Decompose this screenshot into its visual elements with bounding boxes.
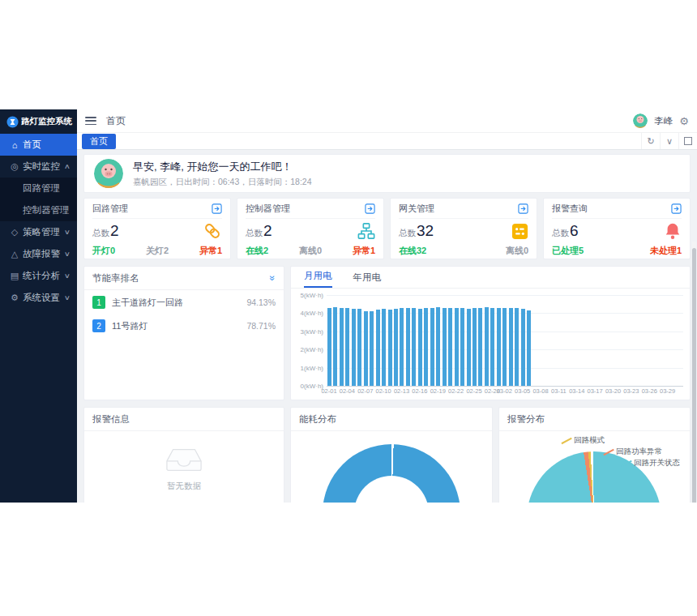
home-icon: ⌂ [10, 140, 19, 150]
tab-bar: 首页 ↻ ∨ [77, 133, 697, 150]
ranking-row[interactable]: 1 主干道路灯一回路 94.13% [84, 290, 284, 314]
sidebar-item-label: 实时监控 [23, 160, 60, 173]
tab-monthly-electricity[interactable]: 月用电 [304, 270, 332, 288]
label-leader-line [603, 449, 614, 456]
empty-state: 暂无数据 [84, 447, 284, 492]
chevron-down-icon: ∨ [64, 250, 71, 258]
empty-text: 暂无数据 [84, 481, 284, 492]
sidebar-item-realtime-monitor[interactable]: ◎ 实时监控 ∧ [0, 156, 77, 178]
sidebar-item-strategy[interactable]: ◇ 策略管理 ∨ [0, 221, 77, 243]
goto-icon[interactable] [212, 203, 222, 214]
card-loop-management: 回路管理 总数2 开灯0 关灯2 异常1 [83, 198, 231, 259]
tab-yearly-electricity[interactable]: 年用电 [353, 272, 382, 288]
label-leader-line [621, 460, 631, 467]
stat-cards-row: 回路管理 总数2 开灯0 关灯2 异常1 [83, 198, 691, 259]
sidebar-item-fault-alarm[interactable]: △ 故障报警 ∨ [0, 243, 77, 265]
maximize-icon[interactable] [678, 133, 697, 149]
card-title: 报警查询 [552, 203, 588, 215]
stat-abnormal: 异常1 [353, 245, 375, 257]
user-name[interactable]: 李峰 [654, 115, 673, 127]
welcome-card: 早安, 李峰, 开始您一天的工作吧！ 嘉帆园区，日出时间：06:43，日落时间：… [83, 154, 691, 193]
pie-label-loop-power: 回路功率异常 [603, 447, 662, 457]
rank-value: 94.13% [246, 297, 276, 307]
strategy-icon: ◇ [10, 227, 19, 237]
sidebar: 路灯监控系统 ⌂ 首页 ◎ 实时监控 ∧ 回路管理 控制器管理 [0, 109, 77, 503]
gear-icon[interactable]: ⚙ [679, 115, 689, 127]
pie-label-loop-switch: 回路开关状态 [621, 458, 680, 468]
panel-title: 报警分布 [507, 413, 545, 426]
greeting-meta: 嘉帆园区，日出时间：06:43，日落时间：18:24 [133, 177, 312, 188]
sidebar-item-label: 故障报警 [23, 248, 60, 260]
card-gateway-management: 网关管理 总数32 在线32 离线0 [390, 198, 537, 259]
row-middle: 节能率排名 » 1 主干道路灯一回路 94.13% 2 11号路灯 78.71% [83, 266, 691, 400]
stat-abnormal: 异常1 [199, 245, 222, 257]
tab-home[interactable]: 首页 [82, 134, 116, 149]
chevron-down-icon[interactable]: ∨ [660, 133, 678, 149]
stat-online: 在线32 [399, 245, 426, 257]
greeting-text: 早安, 李峰, 开始您一天的工作吧！ [133, 160, 312, 174]
link-icon [203, 221, 222, 241]
total-label: 总数 [92, 228, 109, 237]
stat-on: 开灯0 [92, 245, 115, 257]
sidebar-item-statistics[interactable]: ▤ 统计分析 ∨ [0, 265, 77, 287]
sidebar-item-controller-management[interactable]: 控制器管理 [0, 199, 77, 221]
panel-title: 能耗分布 [299, 413, 336, 426]
alarm-distribution-panel: 报警分布 回路模式 回路功率异常 回路开关状态 [498, 407, 691, 503]
energy-donut-chart[interactable] [323, 444, 460, 503]
energy-saving-ranking-panel: 节能率排名 » 1 主干道路灯一回路 94.13% 2 11号路灯 78.71% [83, 266, 284, 400]
row-bottom: 报警信息 暂无数据 能耗分布 [83, 407, 691, 503]
panel-title: 报警信息 [92, 413, 130, 426]
stat-off: 关灯2 [146, 245, 169, 257]
monitor-icon: ◎ [10, 161, 19, 172]
sidebar-item-home[interactable]: ⌂ 首页 [0, 134, 77, 156]
sidebar-menu: ⌂ 首页 ◎ 实时监控 ∧ 回路管理 控制器管理 ◇ [0, 134, 77, 309]
rank-value: 78.71% [246, 321, 276, 331]
stat-handled: 已处理5 [552, 245, 584, 257]
rank-badge: 2 [92, 319, 105, 332]
panel-title: 节能率排名 [92, 272, 139, 284]
total-value: 2 [263, 222, 272, 239]
total-value: 6 [570, 222, 579, 239]
page: 路灯监控系统 ⌂ 首页 ◎ 实时监控 ∧ 回路管理 控制器管理 [0, 0, 697, 616]
card-controller-management: 控制器管理 总数2 在线2 离线0 异常1 [237, 198, 384, 259]
pie-label-loop-mode: 回路模式 [561, 435, 605, 446]
sidebar-item-settings[interactable]: ⚙ 系统设置 ∨ [0, 287, 77, 309]
alarm-info-panel: 报警信息 暂无数据 [83, 407, 284, 503]
ranking-row[interactable]: 2 11号路灯 78.71% [84, 314, 284, 337]
chevron-down-icon: ∨ [64, 229, 71, 236]
chart-icon: ▤ [10, 271, 19, 281]
total-label: 总数 [552, 228, 569, 237]
card-title: 控制器管理 [246, 203, 290, 215]
avatar[interactable] [633, 113, 648, 128]
stat-online: 在线2 [246, 245, 268, 257]
rank-badge: 1 [92, 296, 105, 309]
goto-icon[interactable] [671, 203, 682, 214]
header-right: 李峰 ⚙ [633, 113, 689, 128]
chevron-up-icon: ∧ [64, 163, 71, 170]
chevron-down-icon: ∨ [64, 272, 71, 280]
sidebar-item-loop-management[interactable]: 回路管理 [0, 178, 77, 199]
gateway-icon [511, 223, 528, 240]
sidebar-toggle-icon[interactable] [85, 117, 96, 125]
bell-icon [664, 222, 682, 240]
sidebar-item-label: 首页 [23, 139, 41, 151]
energy-distribution-panel: 能耗分布 [290, 407, 493, 503]
app-logo: 路灯监控系统 [0, 109, 77, 134]
sidebar-item-label: 回路管理 [23, 182, 60, 195]
label-leader-line [561, 438, 571, 444]
stat-offline: 离线0 [299, 245, 322, 257]
double-chevron-icon[interactable]: » [267, 276, 279, 281]
tab-tools: ↻ ∨ [641, 133, 697, 149]
scrollbar-thumb[interactable] [692, 248, 696, 503]
refresh-icon[interactable]: ↻ [641, 133, 660, 149]
rank-name: 主干道路灯一回路 [112, 297, 183, 309]
goto-icon[interactable] [365, 203, 375, 214]
total-label: 总数 [246, 228, 263, 237]
main-column: 首页 李峰 ⚙ 首页 ↻ ∨ [77, 109, 697, 503]
goto-icon[interactable] [518, 203, 528, 214]
alarm-icon: △ [10, 249, 19, 259]
total-value: 2 [110, 222, 119, 239]
rank-name: 11号路灯 [112, 320, 148, 332]
dashboard: 早安, 李峰, 开始您一天的工作吧！ 嘉帆园区，日出时间：06:43，日落时间：… [77, 150, 697, 503]
breadcrumb: 首页 [106, 114, 126, 128]
